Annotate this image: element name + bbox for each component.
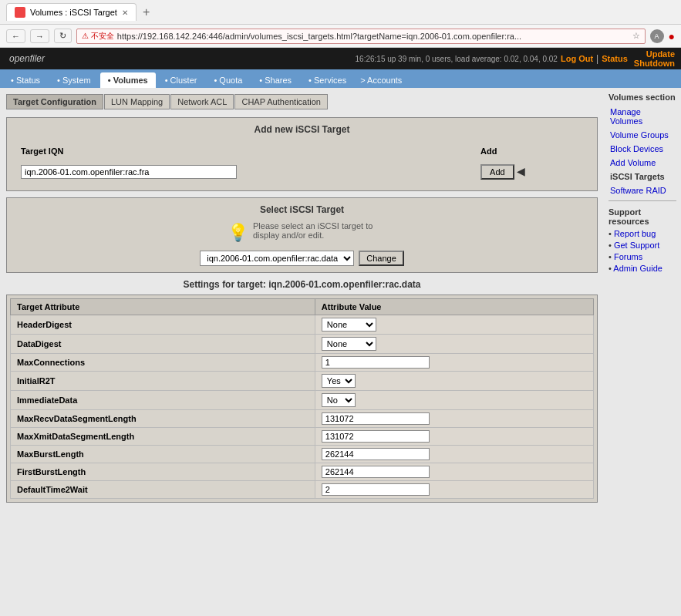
col-attribute-header: Target Attribute xyxy=(11,299,315,315)
main-layout: Target Configuration LUN Mapping Network… xyxy=(0,88,681,616)
logout-link[interactable]: Log Out xyxy=(561,54,593,63)
sidebar-volume-groups[interactable]: Volume Groups xyxy=(609,130,676,140)
sidebar-admin-guide[interactable]: Admin Guide xyxy=(609,264,676,273)
address-bar[interactable]: ⚠ 不安全 https://192.168.142.246:446/admin/… xyxy=(76,29,646,44)
tab-volumes[interactable]: Volumes xyxy=(100,72,156,88)
settings-attr-name: MaxXmitDataSegmentLength xyxy=(11,428,315,446)
add-target-button[interactable]: Add xyxy=(480,164,514,180)
settings-row: MaxRecvDataSegmentLength xyxy=(11,410,594,428)
nav-tabs: Status System Volumes Cluster Quota Shar… xyxy=(0,69,681,88)
settings-attr-value[interactable]: NoneCRC32C xyxy=(315,315,593,335)
tab-system[interactable]: System xyxy=(49,72,99,88)
sidebar-manage-volumes[interactable]: Manage Volumes xyxy=(609,106,676,126)
subtab-target-config[interactable]: Target Configuration xyxy=(6,94,103,109)
subtab-network-acl[interactable]: Network ACL xyxy=(170,94,234,109)
settings-input-maxburstlength[interactable] xyxy=(322,448,430,460)
tab-close-button[interactable]: ✕ xyxy=(122,8,128,17)
settings-attr-value[interactable] xyxy=(315,354,593,372)
settings-attr-name: MaxConnections xyxy=(11,354,315,372)
app-header: openfiler 16:26:15 up 39 min, 0 users, l… xyxy=(0,48,681,69)
subtab-lun-mapping[interactable]: LUN Mapping xyxy=(104,94,170,109)
change-button[interactable]: Change xyxy=(359,251,404,266)
add-label: Add xyxy=(480,146,497,156)
settings-select-datadigest[interactable]: NoneCRC32C xyxy=(322,337,376,351)
select-target-section: Select iSCSI Target 💡 Please select an i… xyxy=(6,197,598,273)
tab-shares[interactable]: Shares xyxy=(251,72,299,88)
settings-attr-name: DataDigest xyxy=(11,335,315,354)
info-icon-area: 💡 Please select an iSCSI target to displ… xyxy=(13,221,591,246)
tab-quota[interactable]: Quota xyxy=(206,72,250,88)
sidebar-forums[interactable]: Forums xyxy=(609,252,676,261)
browser-tab-bar: Volumes : iSCSI Target ✕ + xyxy=(0,0,681,25)
forward-button[interactable]: → xyxy=(30,29,49,43)
target-select-row: iqn.2006-01.com.openfiler:rac.data Chang… xyxy=(13,251,591,266)
add-target-title: Add new iSCSI Target xyxy=(13,124,591,135)
settings-input-maxxmitdatasegmentlength[interactable] xyxy=(322,430,430,443)
settings-attr-value[interactable] xyxy=(315,428,593,446)
update-link[interactable]: Update xyxy=(646,49,675,59)
security-warning: ⚠ 不安全 xyxy=(82,31,114,42)
sidebar-add-volume[interactable]: Add Volume xyxy=(609,157,676,168)
address-icons: ☆ xyxy=(632,31,640,41)
settings-attr-value[interactable]: YesNo xyxy=(315,391,593,410)
shutdown-link[interactable]: Shutdown xyxy=(634,59,675,68)
tab-status[interactable]: Status xyxy=(3,72,48,88)
settings-row: ImmediateDataYesNo xyxy=(11,391,594,410)
info-text: Please select an iSCSI target to display… xyxy=(253,221,376,240)
sidebar-separator xyxy=(609,200,676,201)
settings-row: HeaderDigestNoneCRC32C xyxy=(11,315,594,335)
sidebar-iscsi-targets[interactable]: iSCSI Targets xyxy=(609,171,676,182)
settings-attr-value[interactable]: YesNo xyxy=(315,372,593,391)
sub-tabs: Target Configuration LUN Mapping Network… xyxy=(6,94,598,109)
target-dropdown[interactable]: iqn.2006-01.com.openfiler:rac.data xyxy=(200,251,354,266)
bookmark-icon[interactable]: ☆ xyxy=(632,31,640,41)
profile-icon[interactable]: A xyxy=(650,29,664,43)
tab-favicon xyxy=(15,7,25,18)
content-area: Target Configuration LUN Mapping Network… xyxy=(0,88,604,616)
settings-input-firstburstlength[interactable] xyxy=(322,466,430,478)
app-logo: openfiler xyxy=(0,48,54,69)
iqn-label: Target IQN xyxy=(21,146,63,156)
settings-select-initialr2t[interactable]: YesNo xyxy=(322,374,356,388)
settings-attr-name: ImmediateData xyxy=(11,391,315,410)
select-target-title: Select iSCSI Target xyxy=(13,204,591,215)
settings-section: Settings for target: iqn.2006-01.com.ope… xyxy=(6,279,598,503)
settings-row: InitialR2TYesNo xyxy=(11,372,594,391)
tab-cluster[interactable]: Cluster xyxy=(157,72,205,88)
reload-button[interactable]: ↻ xyxy=(54,29,72,43)
iqn-input[interactable] xyxy=(21,165,237,179)
back-button[interactable]: ← xyxy=(6,29,25,43)
settings-row: DefaultTime2Wait xyxy=(11,481,594,499)
sidebar-get-support[interactable]: Get Support xyxy=(609,241,676,250)
tab-accounts[interactable]: > Accounts xyxy=(356,72,410,88)
status-link[interactable]: Status xyxy=(602,54,628,63)
settings-input-maxrecvdatasegmentlength[interactable] xyxy=(322,412,430,425)
add-target-table: Target IQN Add Add ◀ xyxy=(13,141,591,184)
settings-select-immediatedata[interactable]: YesNo xyxy=(322,393,356,407)
sidebar-support-title: Support resources xyxy=(609,207,676,226)
sidebar-report-bug[interactable]: Report bug xyxy=(609,229,676,238)
settings-input-defaulttime2wait[interactable] xyxy=(322,483,430,496)
settings-attr-value[interactable]: NoneCRC32C xyxy=(315,335,593,354)
new-tab-button[interactable]: + xyxy=(143,5,150,19)
settings-attr-value[interactable] xyxy=(315,410,593,428)
sidebar-block-devices[interactable]: Block Devices xyxy=(609,143,676,154)
sidebar-software-raid[interactable]: Software RAID xyxy=(609,185,676,196)
col-value-header: Attribute Value xyxy=(315,299,593,315)
sidebar-volumes-title: Volumes section xyxy=(609,93,676,102)
settings-input-maxconnections[interactable] xyxy=(322,356,430,369)
settings-attr-value[interactable] xyxy=(315,463,593,481)
tab-title: Volumes : iSCSI Target xyxy=(30,8,117,17)
active-tab[interactable]: Volumes : iSCSI Target ✕ xyxy=(6,3,137,21)
settings-attr-name: MaxBurstLength xyxy=(11,446,315,463)
settings-row: MaxXmitDataSegmentLength xyxy=(11,428,594,446)
settings-select-headerdigest[interactable]: NoneCRC32C xyxy=(322,318,376,332)
settings-attr-name: InitialR2T xyxy=(11,372,315,391)
settings-attr-name: MaxRecvDataSegmentLength xyxy=(11,410,315,428)
subtab-chap-auth[interactable]: CHAP Authentication xyxy=(234,94,328,109)
settings-attr-value[interactable] xyxy=(315,446,593,463)
settings-table-box: Target Attribute Attribute Value HeaderD… xyxy=(6,295,598,503)
settings-attr-value[interactable] xyxy=(315,481,593,499)
settings-attr-name: DefaultTime2Wait xyxy=(11,481,315,499)
tab-services[interactable]: Services xyxy=(301,72,354,88)
